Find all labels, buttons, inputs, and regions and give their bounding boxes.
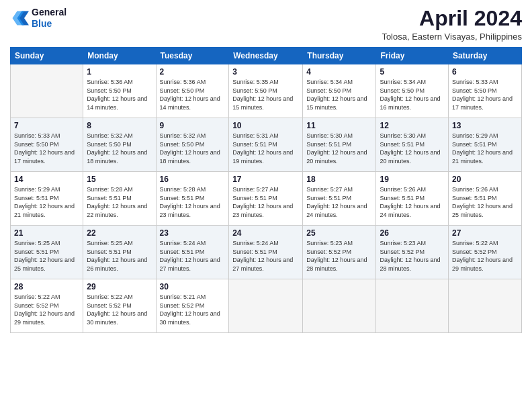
table-row: 8Sunrise: 5:32 AMSunset: 5:50 PMDaylight…	[83, 118, 156, 172]
day-number: 16	[160, 175, 226, 184]
day-number: 1	[87, 67, 152, 77]
table-row: 14Sunrise: 5:29 AMSunset: 5:51 PMDayligh…	[11, 172, 83, 226]
day-info: Sunrise: 5:35 AMSunset: 5:50 PMDaylight:…	[232, 78, 299, 111]
calendar-week-row: 14Sunrise: 5:29 AMSunset: 5:51 PMDayligh…	[11, 172, 522, 226]
page: General Blue April 2024 Tolosa, Eastern …	[0, 0, 532, 411]
day-number: 6	[452, 67, 518, 77]
table-row: 2Sunrise: 5:36 AMSunset: 5:50 PMDaylight…	[156, 64, 229, 118]
day-number: 22	[87, 228, 152, 238]
calendar-week-row: 7Sunrise: 5:33 AMSunset: 5:50 PMDaylight…	[11, 118, 522, 172]
day-info: Sunrise: 5:34 AMSunset: 5:50 PMDaylight:…	[306, 78, 372, 111]
day-number: 20	[452, 175, 518, 184]
month-title: April 2024	[382, 7, 522, 30]
col-saturday: Saturday	[449, 48, 522, 64]
day-number: 4	[306, 67, 372, 77]
day-number: 30	[160, 282, 226, 291]
table-row: 1Sunrise: 5:36 AMSunset: 5:50 PMDaylight…	[83, 64, 156, 118]
col-wednesday: Wednesday	[229, 48, 303, 64]
day-number: 3	[232, 67, 299, 77]
table-row: 9Sunrise: 5:32 AMSunset: 5:50 PMDaylight…	[156, 118, 229, 172]
day-number: 23	[160, 228, 226, 238]
day-info: Sunrise: 5:26 AMSunset: 5:51 PMDaylight:…	[380, 185, 445, 219]
day-info: Sunrise: 5:26 AMSunset: 5:51 PMDaylight:…	[452, 185, 518, 219]
table-row: 4Sunrise: 5:34 AMSunset: 5:50 PMDaylight…	[303, 64, 376, 118]
day-number: 27	[452, 228, 518, 238]
day-number: 28	[14, 282, 79, 291]
day-number: 8	[87, 121, 152, 130]
table-row: 7Sunrise: 5:33 AMSunset: 5:50 PMDaylight…	[11, 118, 83, 172]
day-info: Sunrise: 5:29 AMSunset: 5:51 PMDaylight:…	[14, 185, 79, 219]
table-row: 10Sunrise: 5:31 AMSunset: 5:51 PMDayligh…	[229, 118, 303, 172]
table-row: 26Sunrise: 5:23 AMSunset: 5:52 PMDayligh…	[376, 226, 449, 279]
day-number: 2	[160, 67, 226, 77]
col-friday: Friday	[376, 48, 449, 64]
table-row: 24Sunrise: 5:24 AMSunset: 5:51 PMDayligh…	[229, 226, 303, 279]
table-row: 5Sunrise: 5:34 AMSunset: 5:50 PMDaylight…	[376, 64, 449, 118]
table-row: 13Sunrise: 5:29 AMSunset: 5:51 PMDayligh…	[449, 118, 522, 172]
day-number: 10	[232, 121, 299, 130]
day-info: Sunrise: 5:36 AMSunset: 5:50 PMDaylight:…	[160, 78, 226, 111]
logo-icon	[10, 9, 29, 28]
table-row: 28Sunrise: 5:22 AMSunset: 5:52 PMDayligh…	[11, 279, 83, 333]
table-row: 12Sunrise: 5:30 AMSunset: 5:51 PMDayligh…	[376, 118, 449, 172]
col-monday: Monday	[83, 48, 156, 64]
calendar-week-row: 28Sunrise: 5:22 AMSunset: 5:52 PMDayligh…	[11, 279, 522, 333]
day-info: Sunrise: 5:28 AMSunset: 5:51 PMDaylight:…	[87, 185, 152, 219]
day-info: Sunrise: 5:22 AMSunset: 5:52 PMDaylight:…	[14, 293, 79, 326]
day-number: 11	[306, 121, 372, 130]
col-tuesday: Tuesday	[156, 48, 229, 64]
day-number: 13	[452, 121, 518, 130]
day-info: Sunrise: 5:23 AMSunset: 5:52 PMDaylight:…	[380, 239, 445, 273]
day-info: Sunrise: 5:27 AMSunset: 5:51 PMDaylight:…	[306, 185, 372, 219]
table-row: 20Sunrise: 5:26 AMSunset: 5:51 PMDayligh…	[449, 172, 522, 226]
day-number: 9	[160, 121, 226, 130]
day-info: Sunrise: 5:32 AMSunset: 5:50 PMDaylight:…	[160, 132, 226, 165]
logo-text: General Blue	[32, 7, 66, 30]
day-info: Sunrise: 5:33 AMSunset: 5:50 PMDaylight:…	[14, 132, 79, 165]
day-number: 19	[380, 175, 445, 184]
day-number: 15	[87, 175, 152, 184]
day-number: 12	[380, 121, 445, 130]
day-info: Sunrise: 5:24 AMSunset: 5:51 PMDaylight:…	[160, 239, 226, 273]
logo: General Blue	[10, 7, 66, 30]
table-row: 23Sunrise: 5:24 AMSunset: 5:51 PMDayligh…	[156, 226, 229, 279]
day-info: Sunrise: 5:30 AMSunset: 5:51 PMDaylight:…	[306, 132, 372, 165]
table-row: 19Sunrise: 5:26 AMSunset: 5:51 PMDayligh…	[376, 172, 449, 226]
day-info: Sunrise: 5:31 AMSunset: 5:51 PMDaylight:…	[232, 132, 299, 165]
calendar-week-row: 21Sunrise: 5:25 AMSunset: 5:51 PMDayligh…	[11, 226, 522, 279]
day-info: Sunrise: 5:27 AMSunset: 5:51 PMDaylight:…	[232, 185, 299, 219]
day-info: Sunrise: 5:30 AMSunset: 5:51 PMDaylight:…	[380, 132, 445, 165]
table-row: 3Sunrise: 5:35 AMSunset: 5:50 PMDaylight…	[229, 64, 303, 118]
table-row: 6Sunrise: 5:33 AMSunset: 5:50 PMDaylight…	[449, 64, 522, 118]
table-row	[303, 279, 376, 333]
header: General Blue April 2024 Tolosa, Eastern …	[10, 7, 522, 42]
day-number: 17	[232, 175, 299, 184]
day-info: Sunrise: 5:32 AMSunset: 5:50 PMDaylight:…	[87, 132, 152, 165]
col-sunday: Sunday	[11, 48, 83, 64]
table-row: 29Sunrise: 5:22 AMSunset: 5:52 PMDayligh…	[83, 279, 156, 333]
day-info: Sunrise: 5:22 AMSunset: 5:52 PMDaylight:…	[452, 239, 518, 273]
table-row: 27Sunrise: 5:22 AMSunset: 5:52 PMDayligh…	[449, 226, 522, 279]
day-number: 7	[14, 121, 79, 130]
day-info: Sunrise: 5:33 AMSunset: 5:50 PMDaylight:…	[452, 78, 518, 111]
col-thursday: Thursday	[303, 48, 376, 64]
day-number: 21	[14, 228, 79, 238]
title-block: April 2024 Tolosa, Eastern Visayas, Phil…	[382, 7, 522, 42]
table-row: 11Sunrise: 5:30 AMSunset: 5:51 PMDayligh…	[303, 118, 376, 172]
table-row	[449, 279, 522, 333]
day-number: 18	[306, 175, 372, 184]
table-row: 15Sunrise: 5:28 AMSunset: 5:51 PMDayligh…	[83, 172, 156, 226]
table-row: 17Sunrise: 5:27 AMSunset: 5:51 PMDayligh…	[229, 172, 303, 226]
day-number: 5	[380, 67, 445, 77]
day-number: 24	[232, 228, 299, 238]
day-info: Sunrise: 5:28 AMSunset: 5:51 PMDaylight:…	[160, 185, 226, 219]
day-info: Sunrise: 5:34 AMSunset: 5:50 PMDaylight:…	[380, 78, 445, 111]
day-info: Sunrise: 5:25 AMSunset: 5:51 PMDaylight:…	[87, 239, 152, 273]
day-info: Sunrise: 5:22 AMSunset: 5:52 PMDaylight:…	[87, 293, 152, 326]
calendar-header-row: Sunday Monday Tuesday Wednesday Thursday…	[11, 48, 522, 64]
table-row: 22Sunrise: 5:25 AMSunset: 5:51 PMDayligh…	[83, 226, 156, 279]
day-number: 25	[306, 228, 372, 238]
table-row	[229, 279, 303, 333]
table-row: 30Sunrise: 5:21 AMSunset: 5:52 PMDayligh…	[156, 279, 229, 333]
day-info: Sunrise: 5:29 AMSunset: 5:51 PMDaylight:…	[452, 132, 518, 165]
